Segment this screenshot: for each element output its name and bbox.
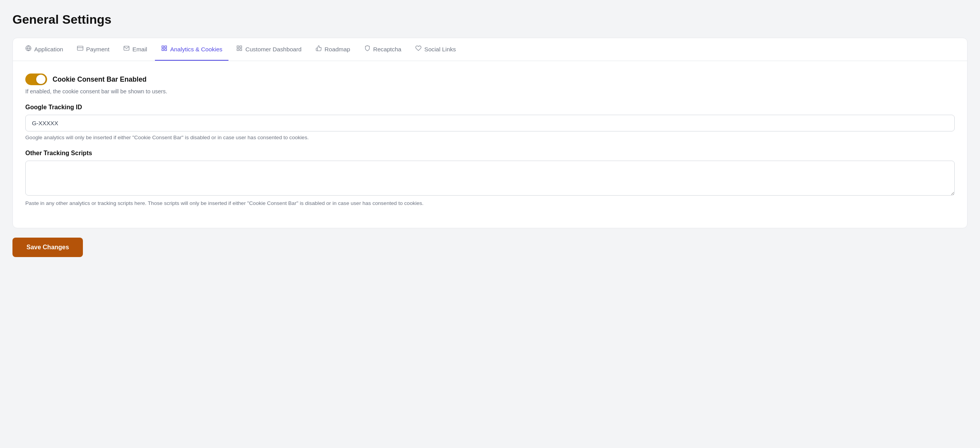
tab-recaptcha[interactable]: Recaptcha	[358, 38, 408, 61]
svg-rect-9	[240, 46, 242, 48]
email-icon	[123, 45, 130, 53]
google-tracking-input[interactable]	[25, 115, 955, 131]
roadmap-icon	[316, 45, 322, 53]
payment-icon	[77, 45, 83, 53]
other-tracking-hint: Paste in any other analytics or tracking…	[25, 200, 955, 206]
analytics-icon	[161, 45, 167, 53]
google-tracking-label: Google Tracking ID	[25, 104, 955, 111]
dashboard-icon	[236, 45, 242, 53]
svg-rect-8	[237, 46, 239, 48]
page-title: General Settings	[12, 12, 968, 27]
other-tracking-section: Other Tracking Scripts Paste in any othe…	[25, 150, 955, 206]
google-tracking-hint: Google analytics will only be inserted i…	[25, 135, 955, 140]
tab-roadmap-label: Roadmap	[325, 46, 350, 52]
save-button[interactable]: Save Changes	[12, 238, 83, 257]
toggle-slider	[25, 74, 47, 85]
tab-email-label: Email	[132, 46, 147, 52]
tab-application[interactable]: Application	[19, 38, 69, 61]
other-tracking-textarea[interactable]	[25, 161, 955, 196]
other-tracking-label: Other Tracking Scripts	[25, 150, 955, 157]
tab-customer-dashboard-label: Customer Dashboard	[245, 46, 301, 52]
tab-payment-label: Payment	[86, 46, 109, 52]
content-area: Cookie Consent Bar Enabled If enabled, t…	[13, 61, 967, 228]
svg-rect-6	[162, 49, 164, 51]
tab-customer-dashboard[interactable]: Customer Dashboard	[230, 38, 307, 61]
cookie-consent-label: Cookie Consent Bar Enabled	[53, 75, 146, 84]
tab-social-links[interactable]: Social Links	[409, 38, 462, 61]
social-links-icon	[415, 45, 422, 53]
svg-rect-7	[165, 49, 167, 51]
globe-icon	[25, 45, 32, 53]
svg-rect-2	[77, 46, 83, 51]
cookie-consent-toggle-row: Cookie Consent Bar Enabled	[25, 74, 955, 85]
tab-analytics[interactable]: Analytics & Cookies	[155, 38, 228, 61]
google-tracking-section: Google Tracking ID Google analytics will…	[25, 104, 955, 140]
cookie-consent-toggle[interactable]	[25, 74, 47, 85]
svg-rect-4	[162, 46, 164, 48]
cookie-consent-description: If enabled, the cookie consent bar will …	[25, 88, 955, 94]
tab-recaptcha-label: Recaptcha	[373, 46, 402, 52]
tab-analytics-label: Analytics & Cookies	[170, 46, 222, 52]
tab-social-links-label: Social Links	[424, 46, 456, 52]
svg-rect-5	[165, 46, 167, 48]
tab-email[interactable]: Email	[117, 38, 153, 61]
tab-payment[interactable]: Payment	[71, 38, 116, 61]
tab-application-label: Application	[34, 46, 63, 52]
main-card: Application Payment Email Analytics & Co…	[12, 38, 968, 228]
svg-rect-10	[237, 49, 239, 51]
tab-bar: Application Payment Email Analytics & Co…	[13, 38, 967, 61]
tab-roadmap[interactable]: Roadmap	[309, 38, 357, 61]
svg-rect-11	[240, 49, 242, 51]
recaptcha-icon	[364, 45, 371, 53]
